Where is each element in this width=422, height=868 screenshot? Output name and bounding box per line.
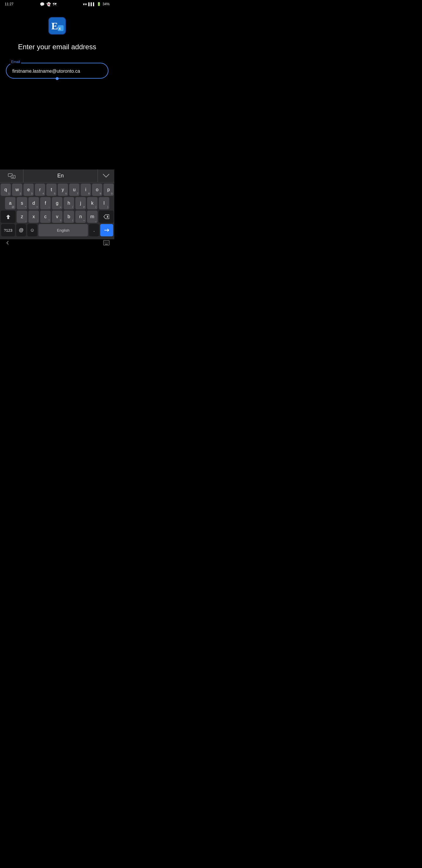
key-m[interactable]: m_	[87, 211, 98, 223]
email-label: Email	[10, 60, 21, 64]
key-z[interactable]: z,	[17, 211, 27, 223]
nav-keyboard-icon[interactable]	[103, 240, 109, 247]
key-i[interactable]: i8	[80, 184, 91, 196]
keyboard-switch-button[interactable]	[0, 169, 24, 182]
status-bar: 11:27 💬 👻 🗺 ▾▾ ▌▌▌ 🔋 34%	[0, 0, 114, 8]
emoji-key[interactable]: ☺	[27, 224, 37, 236]
key-l[interactable]: l)	[99, 197, 109, 209]
at-key[interactable]: @	[16, 224, 26, 236]
maps-icon: 🗺	[53, 2, 57, 6]
main-content: 📧 E x Enter your email address Email	[0, 8, 114, 85]
key-u[interactable]: u7	[69, 184, 79, 196]
key-v[interactable]: v?	[52, 211, 62, 223]
key-f[interactable]: f-	[40, 197, 51, 209]
wifi-icon: ▾▾	[83, 2, 87, 6]
svg-text:x: x	[59, 26, 61, 31]
keyboard-row-1: q1 w2 e3 r4 t5 y6 u7 i8 o9 p0	[1, 184, 114, 196]
keyboard-row-3: z, x: c" v? b! n~ m_	[1, 211, 114, 223]
keyboard-lang-button[interactable]: En	[24, 169, 98, 182]
key-b[interactable]: b!	[64, 211, 74, 223]
svg-text:E: E	[51, 21, 58, 31]
keyboard-keys: q1 w2 e3 r4 t5 y6 u7 i8 o9 p0 a@ s* d+ f…	[0, 182, 114, 239]
key-h[interactable]: h/	[64, 197, 74, 209]
key-d[interactable]: d+	[28, 197, 39, 209]
keyboard-lang-label: En	[57, 173, 64, 179]
app-icon: 📧 E x	[48, 17, 66, 43]
keyboard: En q1 w2 e3 r4 t5 y6 u7 i8 o9 p0 a@ s* d…	[0, 169, 114, 239]
status-icons-left: 💬 👻 🗺	[40, 2, 57, 6]
key-q[interactable]: q1	[1, 184, 11, 196]
key-s[interactable]: s*	[17, 197, 27, 209]
key-n[interactable]: n~	[75, 211, 86, 223]
backspace-key[interactable]	[99, 211, 114, 223]
key-w[interactable]: w2	[12, 184, 22, 196]
page-title: Enter your email address	[18, 43, 96, 51]
status-icons-right: ▾▾ ▌▌▌ 🔋 34%	[83, 2, 109, 6]
key-x[interactable]: x:	[28, 211, 39, 223]
key-o[interactable]: o9	[92, 184, 102, 196]
signal-icon: ▌▌▌	[89, 2, 95, 6]
keyboard-row-2: a@ s* d+ f- g= h/ j# k( l)	[1, 197, 114, 209]
key-k[interactable]: k(	[87, 197, 98, 209]
key-r[interactable]: r4	[35, 184, 45, 196]
email-field-container: Email	[6, 63, 108, 79]
snapchat-icon: 👻	[46, 2, 51, 6]
key-a[interactable]: a@	[5, 197, 15, 209]
space-key[interactable]: English	[38, 224, 88, 236]
symbols-key[interactable]: ?123	[1, 224, 15, 236]
messenger-icon: 💬	[40, 2, 44, 6]
key-j[interactable]: j#	[75, 197, 86, 209]
key-g[interactable]: g=	[52, 197, 62, 209]
key-p[interactable]: p0	[103, 184, 114, 196]
key-y[interactable]: y6	[58, 184, 68, 196]
period-key[interactable]: .	[89, 224, 99, 236]
email-input[interactable]	[6, 63, 108, 79]
status-time: 11:27	[5, 2, 13, 6]
cursor-indicator	[56, 77, 59, 80]
nav-bar	[0, 239, 114, 248]
keyboard-top-row: En	[0, 169, 114, 182]
key-e[interactable]: e3	[24, 184, 34, 196]
shift-key[interactable]	[1, 211, 15, 223]
key-c[interactable]: c"	[40, 211, 51, 223]
battery-percent: 34%	[103, 2, 109, 6]
key-t[interactable]: t5	[46, 184, 57, 196]
enter-key[interactable]	[100, 224, 113, 236]
nav-back-icon[interactable]	[5, 240, 10, 247]
keyboard-collapse-button[interactable]	[98, 169, 114, 182]
keyboard-bottom-row: ?123 @ ☺ English .	[1, 224, 114, 238]
battery-icon: 🔋	[97, 2, 101, 6]
